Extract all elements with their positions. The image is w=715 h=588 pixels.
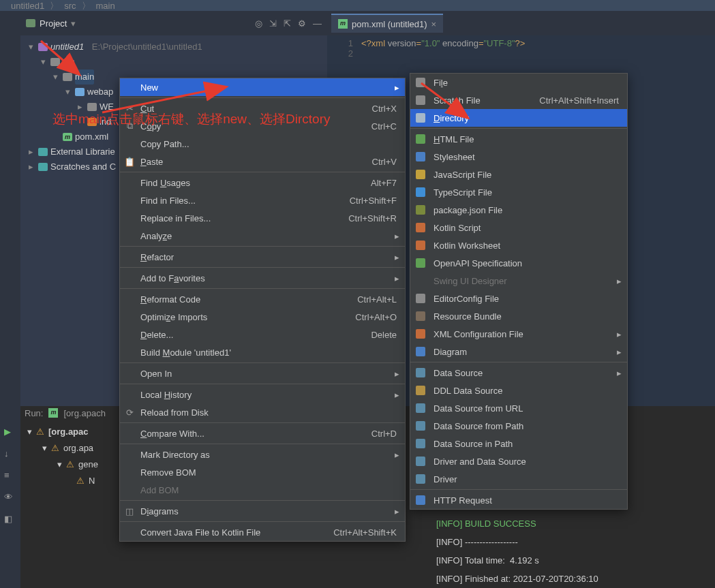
run-icon[interactable]: ▶ xyxy=(4,427,16,439)
tree-main[interactable]: main xyxy=(75,69,94,84)
hide-icon[interactable]: — xyxy=(313,18,322,29)
menu-find-in-files[interactable]: Find in Files...Ctrl+Shift+F xyxy=(120,191,405,209)
menu-add-favorites[interactable]: Add to Favorites▸ xyxy=(120,269,405,287)
sub-directory[interactable]: Directory xyxy=(410,109,627,127)
sub-kotlin-worksheet[interactable]: Kotlin Worksheet xyxy=(410,236,627,254)
project-icon xyxy=(26,19,35,27)
sub-stylesheet[interactable]: Stylesheet xyxy=(410,148,627,166)
sub-http-request[interactable]: HTTP Request xyxy=(410,491,627,509)
menu-paste[interactable]: 📋PasteCtrl+V xyxy=(120,153,405,170)
left-gutter xyxy=(0,11,20,406)
tree-ind[interactable]: ind xyxy=(100,114,111,129)
tree-external[interactable]: External Librarie xyxy=(50,144,115,159)
context-menu[interactable]: New▸ ✂CutCtrl+X ⧉CopyCtrl+C Copy Path...… xyxy=(119,78,406,542)
sub-driver-ds[interactable]: Driver and Data Source xyxy=(410,452,627,470)
menu-local-history[interactable]: Local History▸ xyxy=(120,386,405,403)
menu-add-bom[interactable]: Add BOM xyxy=(120,481,405,499)
menu-refactor[interactable]: Refactor▸ xyxy=(120,248,405,266)
expand-icon[interactable]: ⇲ xyxy=(269,18,277,29)
menu-reformat[interactable]: Reformat CodeCtrl+Alt+L xyxy=(120,290,405,308)
sub-ds-in-path[interactable]: Data Source in Path xyxy=(410,435,627,452)
editor-tabs: m pom.xml (untitled1) × xyxy=(327,11,715,35)
menu-copy[interactable]: ⧉CopyCtrl+C xyxy=(120,117,405,135)
menu-delete[interactable]: Delete...Delete xyxy=(120,326,405,343)
tab-pom[interactable]: m pom.xml (untitled1) × xyxy=(331,14,443,33)
camera-icon[interactable]: ◧ xyxy=(4,514,16,526)
tree-pom[interactable]: pom.xml xyxy=(75,129,108,144)
run-gutter: ▶ ↓ ≡ 👁 ◧ xyxy=(0,406,20,588)
stop-icon[interactable]: ↓ xyxy=(4,448,16,461)
sub-kotlin-script[interactable]: Kotlin Script xyxy=(410,219,627,236)
sub-ds-url[interactable]: Data Source from URL xyxy=(410,399,627,417)
menu-copy-path[interactable]: Copy Path... xyxy=(120,135,405,153)
sub-ds-path[interactable]: Data Source from Path xyxy=(410,417,627,435)
menu-mark-dir[interactable]: Mark Directory as▸ xyxy=(120,446,405,463)
gear-icon[interactable]: ⚙ xyxy=(298,18,306,29)
project-label: Project xyxy=(40,18,67,29)
menu-remove-bom[interactable]: Remove BOM xyxy=(120,463,405,481)
tree-scratches[interactable]: Scratches and C xyxy=(50,159,116,174)
sub-scratch[interactable]: Scratch FileCtrl+Alt+Shift+Insert xyxy=(410,91,627,109)
menu-compare[interactable]: Compare With...Ctrl+D xyxy=(120,424,405,442)
menu-replace-in-files[interactable]: Replace in Files...Ctrl+Shift+R xyxy=(120,209,405,227)
menu-diagrams[interactable]: ◫Diagrams▸ xyxy=(120,502,405,520)
sub-html[interactable]: HTML File xyxy=(410,130,627,148)
sub-js[interactable]: JavaScript File xyxy=(410,166,627,183)
project-header[interactable]: Project ▾ ◎ ⇲ ⇱ ⚙ — xyxy=(20,11,327,35)
sub-ddl-data-source[interactable]: DDL Data Source xyxy=(410,382,627,399)
close-icon[interactable]: × xyxy=(431,19,437,29)
breadcrumb: untitled1〉src〉main xyxy=(0,0,715,11)
menu-analyze[interactable]: Analyze▸ xyxy=(120,227,405,245)
sub-swing[interactable]: Swing UI Designer▸ xyxy=(410,272,627,290)
sub-driver[interactable]: Driver xyxy=(410,470,627,488)
sub-resource-bundle[interactable]: Resource Bundle xyxy=(410,307,627,325)
menu-cut[interactable]: ✂CutCtrl+X xyxy=(120,99,405,117)
eye-icon[interactable]: 👁 xyxy=(4,492,16,504)
menu-reload[interactable]: ⟳Reload from Disk xyxy=(120,403,405,421)
sub-ts[interactable]: TypeScript File xyxy=(410,183,627,201)
sub-diagram[interactable]: Diagram▸ xyxy=(410,343,627,360)
tree-src[interactable]: src xyxy=(63,55,74,69)
new-submenu[interactable]: File Scratch FileCtrl+Alt+Shift+Insert D… xyxy=(410,73,628,510)
sub-editorconfig[interactable]: EditorConfig File xyxy=(410,290,627,307)
tree-root[interactable]: untitled1 xyxy=(50,40,84,55)
menu-optimize-imports[interactable]: Optimize ImportsCtrl+Alt+O xyxy=(120,308,405,326)
menu-find-usages[interactable]: Find UsagesAlt+F7 xyxy=(120,174,405,191)
menu-build[interactable]: Build Module 'untitled1' xyxy=(120,343,405,361)
collapse-icon[interactable]: ⇱ xyxy=(284,18,291,29)
sub-xml-config[interactable]: XML Configuration File▸ xyxy=(410,325,627,343)
tree-we[interactable]: WE xyxy=(100,99,114,114)
sub-package-json[interactable]: package.json File xyxy=(410,201,627,219)
target-icon[interactable]: ◎ xyxy=(255,18,262,29)
sub-openapi[interactable]: OpenAPI Specification xyxy=(410,254,627,272)
tree-webapp[interactable]: webap xyxy=(87,84,113,99)
filter-icon[interactable]: ≡ xyxy=(4,470,16,482)
menu-open-in[interactable]: Open In▸ xyxy=(120,365,405,382)
sub-data-source[interactable]: Data Source▸ xyxy=(410,364,627,382)
sub-file[interactable]: File xyxy=(410,74,627,91)
menu-new[interactable]: New▸ xyxy=(120,78,405,96)
menu-convert-kotlin[interactable]: Convert Java File to Kotlin FileCtrl+Alt… xyxy=(120,523,405,541)
